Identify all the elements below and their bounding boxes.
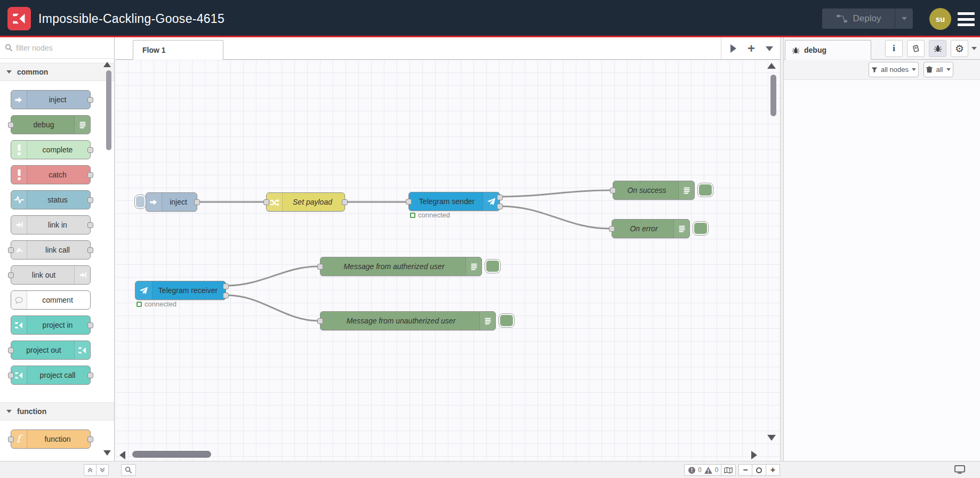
palette-node-link-out[interactable]: link out <box>11 265 91 285</box>
inject-trigger-button[interactable] <box>134 195 146 209</box>
output-port[interactable] <box>87 436 93 442</box>
palette-scroll-down-arrow[interactable] <box>103 450 111 456</box>
debug-tab-button[interactable] <box>929 40 946 57</box>
wire[interactable] <box>227 295 318 321</box>
palette-scroll-up-arrow[interactable] <box>103 62 111 67</box>
output-port[interactable] <box>87 197 93 203</box>
flow-node-telegram-receiver[interactable]: Telegram receiver <box>135 281 226 300</box>
palette-node-comment[interactable]: comment <box>11 290 91 310</box>
palette-node-catch[interactable]: catch <box>11 165 91 184</box>
palette-category-common[interactable]: common <box>0 63 114 81</box>
palette-node-link-call[interactable]: link call <box>11 240 91 260</box>
wire[interactable] <box>227 266 318 286</box>
palette-scrollbar[interactable] <box>106 70 111 150</box>
notification-counts[interactable]: ! 0 0 <box>684 464 722 476</box>
flow-node-on-success[interactable]: On success <box>613 181 695 200</box>
palette-node-status[interactable]: status <box>11 190 91 209</box>
wire[interactable] <box>501 190 611 197</box>
flow-node-inject[interactable]: inject <box>146 192 197 212</box>
output-port-1[interactable] <box>497 195 503 200</box>
output-port[interactable] <box>87 247 93 253</box>
input-port[interactable] <box>406 199 412 205</box>
input-port[interactable] <box>8 347 14 353</box>
output-port-2[interactable] <box>497 204 503 209</box>
canvas-horizontal-scrollbar[interactable] <box>132 451 211 458</box>
zoom-reset-button[interactable] <box>752 464 766 476</box>
deploy-options-button[interactable] <box>895 9 913 29</box>
input-port[interactable] <box>8 436 14 442</box>
input-port[interactable] <box>610 188 616 193</box>
canvas-scroll-up-arrow[interactable] <box>767 63 776 69</box>
flow-node-msg-unauthorized[interactable]: Message from unautherized user <box>320 311 496 330</box>
flow-list-button[interactable] <box>762 42 776 55</box>
flow-node-msg-authorized[interactable]: Message from autherized user <box>320 257 482 276</box>
input-port[interactable] <box>263 199 269 205</box>
flow-node-set-payload[interactable]: Set payload <box>266 192 345 212</box>
deploy-main[interactable]: Deploy <box>822 9 895 29</box>
output-port[interactable] <box>87 172 93 178</box>
debug-toggle-button[interactable] <box>485 259 501 273</box>
debug-clear-button[interactable]: all <box>923 62 953 77</box>
input-port[interactable] <box>317 264 323 270</box>
tab-debug[interactable]: debug <box>785 40 871 60</box>
main-menu-button[interactable] <box>958 12 975 26</box>
flow-node-on-error[interactable]: On error <box>612 219 690 238</box>
debug-toggle-button[interactable] <box>693 221 709 236</box>
palette-category-function[interactable]: function <box>0 402 114 420</box>
deploy-button[interactable]: Deploy <box>822 9 913 29</box>
filter-nodes-input[interactable] <box>16 40 101 55</box>
output-port-2[interactable] <box>223 293 229 298</box>
canvas-search-button[interactable] <box>121 464 136 476</box>
debug-filter-button[interactable]: all nodes <box>869 62 919 77</box>
palette-node-project-out[interactable]: project out <box>11 341 91 360</box>
flow-node-telegram-sender[interactable]: Telegram sender <box>408 192 500 211</box>
sidebar-menu-button[interactable] <box>971 47 977 50</box>
output-port[interactable] <box>87 222 93 228</box>
output-port[interactable] <box>194 199 200 205</box>
view-navigator-button[interactable] <box>721 464 736 476</box>
input-port[interactable] <box>609 226 615 232</box>
palette-node-function[interactable]: f function <box>11 430 91 449</box>
output-port[interactable] <box>87 372 93 378</box>
flow-canvas[interactable]: inject Set payload Telegram sender conne… <box>115 60 780 461</box>
output-port[interactable] <box>87 322 93 328</box>
palette-node-inject[interactable]: inject <box>11 90 91 109</box>
info-tab-button[interactable]: i <box>885 40 903 57</box>
zoom-out-button[interactable]: − <box>738 464 752 476</box>
palette-node-complete[interactable]: complete <box>11 140 91 159</box>
input-port[interactable] <box>8 272 14 278</box>
help-tab-button[interactable] <box>907 40 925 57</box>
scroll-tabs-button[interactable] <box>726 42 740 55</box>
debug-toggle-button[interactable] <box>499 313 515 328</box>
add-flow-button[interactable]: + <box>744 42 758 55</box>
monitor-icon <box>954 465 965 474</box>
palette-scroll-top-button[interactable] <box>84 464 97 476</box>
user-avatar[interactable]: su <box>929 8 951 30</box>
canvas-scroll-right-arrow[interactable] <box>751 451 757 459</box>
palette-node-debug[interactable]: debug <box>11 115 91 134</box>
output-port[interactable] <box>342 199 348 205</box>
sidebar-splitter[interactable] <box>780 37 784 478</box>
palette-node-link-in[interactable]: link in <box>11 215 91 234</box>
input-port[interactable] <box>8 247 14 253</box>
palette-scroll-bottom-button[interactable] <box>96 464 109 476</box>
canvas-scroll-left-arrow[interactable] <box>119 451 125 459</box>
canvas-vertical-scrollbar[interactable] <box>770 75 776 116</box>
palette-node-project-in[interactable]: project in <box>11 315 91 335</box>
zoom-in-button[interactable]: + <box>766 464 780 476</box>
open-dashboard-button[interactable] <box>954 465 965 476</box>
wire[interactable] <box>501 206 609 229</box>
input-port[interactable] <box>8 372 14 378</box>
tab-flow-1[interactable]: Flow 1 <box>133 40 223 60</box>
config-tab-button[interactable]: ⚙ <box>951 40 968 57</box>
node-label: function <box>27 430 88 448</box>
debug-toggle-button[interactable] <box>697 183 713 197</box>
project-in-icon <box>11 316 27 334</box>
output-port[interactable] <box>87 97 93 103</box>
output-port[interactable] <box>87 147 93 153</box>
canvas-scroll-down-arrow[interactable] <box>767 435 776 441</box>
input-port[interactable] <box>8 122 14 128</box>
input-port[interactable] <box>317 318 323 324</box>
palette-node-project-call[interactable]: project call <box>11 366 91 385</box>
output-port-1[interactable] <box>223 283 229 289</box>
